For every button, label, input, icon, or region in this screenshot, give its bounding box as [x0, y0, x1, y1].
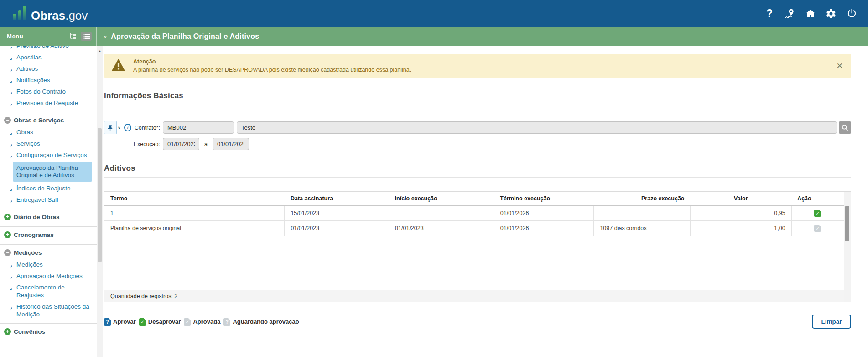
section-toggle-icon: [4, 56, 11, 63]
clear-button[interactable]: Limpar: [812, 315, 851, 329]
sidebar-item[interactable]: › Apostilas: [0, 52, 97, 63]
help-icon[interactable]: ?: [764, 8, 775, 19]
section-toggle-icon: [4, 231, 11, 238]
sidebar-item[interactable]: › Entregável Saff: [0, 194, 97, 205]
section-toggle-icon: [4, 249, 11, 256]
sidebar-item[interactable]: › Índices de Reajuste: [0, 183, 97, 194]
home-icon[interactable]: [805, 8, 816, 19]
column-header: Termo: [104, 192, 285, 206]
settings-icon[interactable]: [826, 8, 837, 19]
additives-table-container: TermoData assinaturaInício execuçãoTérmi…: [104, 191, 851, 302]
legend-item: Aguardando aprovação: [223, 318, 299, 326]
warning-message: A planilha de serviços não pode ser DESA…: [133, 67, 411, 73]
sidebar-item[interactable]: › Medições: [0, 244, 97, 259]
menu-label: Menu: [7, 33, 23, 40]
sidebar-menu: › Previsão de Aditivo › Apostilas › Adit…: [0, 46, 97, 357]
section-toggle-icon: [4, 131, 11, 138]
sidebar-item[interactable]: › Medições: [0, 259, 97, 270]
additives-table: TermoData assinaturaInício execuçãoTérmi…: [104, 192, 844, 236]
sidebar-item[interactable]: › Cancelamento de Reajustes: [0, 282, 97, 301]
section-toggle-icon: [4, 46, 11, 52]
sidebar-scrollbar-thumb[interactable]: [98, 128, 102, 262]
info-icon[interactable]: i: [124, 124, 131, 131]
legend-doc-icon: [104, 318, 111, 326]
sidebar-item[interactable]: › Cronogramas: [0, 226, 97, 241]
bar-chart-logo-icon: [13, 6, 26, 20]
sidebar-item[interactable]: › Configuração de Serviços: [0, 149, 97, 161]
sidebar-item[interactable]: › Aditivos: [0, 63, 97, 74]
tree-view-icon[interactable]: [69, 32, 78, 40]
execution-end-input[interactable]: [213, 138, 249, 150]
row-action-icon[interactable]: [814, 225, 821, 232]
table-scrollbar-thumb[interactable]: [845, 206, 849, 242]
sidebar-item[interactable]: › Aprovação de Medições: [0, 270, 97, 282]
section-toggle-icon: [4, 154, 11, 161]
section-toggle-icon: [4, 68, 11, 74]
section-toggle-icon: [4, 275, 11, 282]
close-icon[interactable]: ✕: [837, 62, 843, 70]
location-icon[interactable]: [785, 8, 795, 19]
section-toggle-icon: [17, 166, 24, 173]
pushpin-button[interactable]: [104, 121, 117, 134]
section-toggle-icon: [4, 328, 11, 335]
legend-doc-icon: [139, 318, 146, 326]
legend-item: Desaprovar: [139, 318, 181, 326]
warning-triangle-icon: [111, 58, 125, 73]
contract-code-input[interactable]: [163, 121, 234, 134]
section-toggle-icon: [4, 117, 11, 124]
pushpin-icon: [107, 124, 113, 131]
section-toggle-icon: [4, 214, 11, 220]
legend-doc-icon: [184, 318, 191, 326]
contract-label: Contrato*:: [131, 125, 160, 131]
sidebar-item[interactable]: › Fotos do Contrato: [0, 86, 97, 97]
action-legend: Aprovar Desaprovar Aprovada Aguardando a…: [104, 318, 302, 326]
contract-name-input[interactable]: [237, 121, 837, 134]
secondary-header-bar: Menu » Aprovação d: [0, 27, 868, 46]
chevron-down-icon[interactable]: ∨: [118, 126, 121, 130]
column-header: Prazo execução: [594, 192, 691, 206]
table-row[interactable]: Planilha de serviços original 01/01/2023…: [104, 221, 844, 236]
power-icon[interactable]: [846, 8, 857, 19]
column-header: Início execução: [389, 192, 494, 206]
section-toggle-icon: [4, 199, 11, 205]
list-view-icon[interactable]: [81, 32, 92, 41]
main-content: Atenção A planilha de serviços não pode …: [103, 46, 868, 357]
column-header: Valor: [690, 192, 791, 206]
section-toggle-icon: [4, 286, 11, 293]
additives-heading: Aditivos: [104, 164, 851, 178]
page-title: Aprovação da Planilha Original e Aditivo…: [111, 32, 259, 41]
scroll-up-icon[interactable]: ▲: [97, 49, 103, 52]
sidebar-item[interactable]: › Convênios: [0, 323, 97, 338]
top-header-bar: Obras.gov ?: [0, 0, 868, 27]
search-button[interactable]: [839, 121, 851, 134]
sidebar-item[interactable]: › Notificações: [0, 74, 97, 86]
table-header-row: TermoData assinaturaInício execuçãoTérmi…: [104, 192, 844, 206]
breadcrumb-arrow-icon: »: [104, 33, 107, 40]
section-toggle-icon: [4, 79, 11, 86]
legend-item: Aprovada: [184, 318, 220, 326]
section-toggle-icon: [4, 142, 11, 149]
sidebar-item[interactable]: › Obras: [0, 126, 97, 138]
sidebar-item[interactable]: › Serviços: [0, 138, 97, 149]
warning-title: Atenção: [133, 58, 411, 65]
table-footer: Quantidade de registros: 2: [104, 290, 844, 302]
section-toggle-icon: [4, 263, 11, 270]
app-logo[interactable]: Obras.gov: [13, 6, 88, 21]
sidebar-item[interactable]: › Aprovação da Planilha Original e de Ad…: [13, 162, 92, 182]
table-scrollbar[interactable]: [844, 192, 851, 302]
sidebar-item[interactable]: › Diário de Obras: [0, 209, 97, 223]
sidebar-item[interactable]: › Previsões de Reajuste: [0, 97, 97, 109]
column-header: Ação: [791, 192, 844, 206]
column-header: Término execução: [494, 192, 594, 206]
sidebar-scrollbar[interactable]: ▲: [97, 46, 103, 357]
table-row[interactable]: 1 15/01/2023 01/01/2026 0,95: [104, 206, 844, 221]
execution-label: Execução:: [131, 141, 160, 147]
sidebar-item[interactable]: › Histórico das Situações da Medição: [0, 301, 97, 320]
sidebar-item[interactable]: › Previsão de Aditivo: [0, 46, 97, 52]
row-action-icon[interactable]: [814, 210, 821, 217]
warning-banner: Atenção A planilha de serviços não pode …: [104, 54, 851, 78]
execution-start-input[interactable]: [163, 138, 199, 150]
section-toggle-icon: [4, 90, 11, 97]
search-icon: [842, 124, 848, 131]
sidebar-item[interactable]: › Obras e Serviços: [0, 112, 97, 126]
